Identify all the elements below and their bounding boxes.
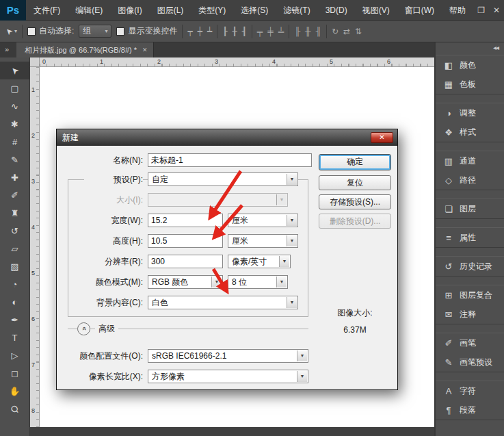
panel-item-paragraph[interactable]: ¶段落	[436, 400, 504, 420]
panel-item-layer-comps[interactable]: ⊞图层复合	[436, 285, 504, 305]
resolution-unit-value: 像素/英寸	[232, 255, 267, 268]
brush-tool[interactable]: ✐	[0, 186, 29, 204]
resolution-input[interactable]	[148, 255, 223, 268]
panel-item-brush-presets[interactable]: ✎画笔预设	[436, 352, 504, 372]
panel-group: ◑调整 ❖样式	[436, 103, 504, 142]
align-right-edges-icon[interactable]: ┨	[242, 27, 247, 36]
current-tool-indicator[interactable]: ➤ ▾	[5, 27, 17, 36]
shape-tool[interactable]: ◻	[0, 364, 29, 382]
healing-brush-tool[interactable]: ✚	[0, 168, 29, 186]
save-preset-button[interactable]: 存储预设(S)...	[319, 194, 391, 209]
path-select-tool[interactable]: ▷	[0, 346, 29, 364]
move-tool[interactable]: ➤	[0, 62, 29, 79]
panel-item-character[interactable]: A字符	[436, 381, 504, 400]
panel-item-properties[interactable]: ≡属性	[436, 228, 504, 247]
distribute-bottom-icon[interactable]: ╧	[278, 27, 284, 36]
distribute-right-icon[interactable]: ╢	[315, 27, 321, 36]
crop-tool[interactable]: #	[0, 133, 29, 151]
hand-tool[interactable]: ✋	[0, 382, 29, 400]
history-brush-tool[interactable]: ↺	[0, 222, 29, 240]
height-input[interactable]	[148, 234, 223, 248]
menu-layer[interactable]: 图层(L)	[150, 0, 191, 21]
menu-view[interactable]: 视图(V)	[355, 0, 397, 21]
width-unit-select[interactable]: 厘米	[228, 214, 298, 227]
align-vertical-centers-icon[interactable]: ┿	[198, 27, 202, 36]
name-input[interactable]	[148, 153, 312, 167]
auto-select-target-value: 组	[83, 25, 91, 37]
eyedropper-tool[interactable]: ✎	[0, 151, 29, 168]
panel-item-styles[interactable]: ❖样式	[436, 123, 504, 142]
ruler-corner	[30, 57, 40, 67]
close-window-icon[interactable]: ✕	[493, 5, 500, 15]
ruler-number: 4	[31, 224, 35, 231]
menu-image[interactable]: 图像(I)	[110, 0, 149, 21]
3d-rotate-icon[interactable]: ↻	[332, 27, 339, 36]
panel-item-brush[interactable]: ✐画笔	[436, 333, 504, 352]
panel-item-history[interactable]: ↺历史记录	[436, 257, 504, 276]
color-mode-select[interactable]: RGB 颜色	[148, 275, 223, 289]
height-unit-select[interactable]: 厘米	[228, 234, 298, 248]
menu-select[interactable]: 选择(S)	[233, 0, 276, 21]
panel-item-paths[interactable]: ◇路径	[436, 170, 504, 190]
menu-filter[interactable]: 滤镜(T)	[276, 0, 317, 21]
align-horizontal-centers-icon[interactable]: ╂	[232, 27, 237, 36]
panel-item-notes[interactable]: ✉注释	[436, 305, 504, 324]
menu-file[interactable]: 文件(F)	[26, 0, 68, 21]
distribute-horizontal-icon[interactable]: ╫	[305, 27, 311, 36]
menu-window[interactable]: 窗口(W)	[397, 0, 442, 21]
align-bottom-edges-icon[interactable]: ┷	[207, 27, 212, 36]
marquee-tool[interactable]: ▢	[0, 79, 29, 97]
dodge-tool[interactable]: ◐	[0, 293, 29, 311]
3d-drag-icon[interactable]: ⇅	[355, 27, 362, 36]
blur-tool[interactable]: ◔	[0, 275, 29, 293]
pen-tool[interactable]: ✒	[0, 311, 29, 329]
panel-item-swatches[interactable]: ▦色板	[436, 75, 504, 94]
align-left-edges-icon[interactable]: ┠	[222, 27, 227, 36]
resolution-unit-select[interactable]: 像素/英寸	[228, 255, 291, 268]
panel-group: A字符 ¶段落	[436, 381, 504, 420]
collapse-tools-icon[interactable]: »	[5, 45, 9, 53]
pixel-aspect-select[interactable]: 方形像素	[148, 370, 308, 383]
panel-item-adjustments[interactable]: ◑调整	[436, 103, 504, 123]
paths-icon: ◇	[442, 175, 455, 185]
distribute-left-icon[interactable]: ╟	[294, 27, 300, 36]
color-profile-select[interactable]: sRGB IEC61966-2.1	[148, 349, 308, 363]
preset-select[interactable]: 自定	[148, 172, 298, 186]
collapse-panels-icon[interactable]: ◂◂	[493, 44, 499, 51]
restore-window-icon[interactable]: ❐	[477, 5, 485, 15]
auto-select-target-select[interactable]: 组 ▾	[79, 25, 111, 38]
3d-roll-icon[interactable]: ⇄	[343, 27, 350, 36]
distribute-vertical-icon[interactable]: ╪	[267, 27, 274, 36]
align-top-edges-icon[interactable]: ┯	[187, 27, 192, 36]
width-input[interactable]	[148, 214, 223, 227]
auto-select-checkbox[interactable]	[27, 27, 36, 36]
clone-stamp-tool[interactable]: ♜	[0, 204, 29, 222]
menu-3d[interactable]: 3D(D)	[318, 0, 355, 21]
dialog-close-button[interactable]: ✕	[371, 132, 393, 143]
type-tool[interactable]: T	[0, 329, 29, 346]
eraser-tool[interactable]: ▱	[0, 240, 29, 257]
document-tab[interactable]: 相片排版.jpg @ 66.7%(RGB/8#) * ✕	[16, 42, 154, 57]
panel-item-color[interactable]: ◧颜色	[436, 55, 504, 75]
dialog-title-bar[interactable]: 新建	[57, 129, 397, 146]
quick-select-tool[interactable]: ✱	[0, 115, 29, 133]
color-depth-select[interactable]: 8 位	[228, 275, 288, 289]
lasso-tool[interactable]: ∿	[0, 97, 29, 115]
hand-tool-icon: ✋	[9, 386, 20, 396]
menu-type[interactable]: 类型(Y)	[191, 0, 233, 21]
tab-close-icon[interactable]: ✕	[142, 42, 148, 57]
panel-item-channels[interactable]: ▥通道	[436, 151, 504, 170]
history-icon: ↺	[442, 261, 455, 272]
show-transform-checkbox[interactable]	[116, 27, 124, 36]
background-select[interactable]: 白色	[148, 296, 298, 309]
tab-bar: » 相片排版.jpg @ 66.7%(RGB/8#) * ✕	[0, 42, 434, 57]
menu-edit[interactable]: 编辑(E)	[68, 0, 110, 21]
zoom-tool[interactable]: Ϙ	[0, 400, 29, 418]
distribute-top-icon[interactable]: ╤	[257, 27, 263, 36]
gradient-tool[interactable]: ▧	[0, 257, 29, 275]
panel-item-layers[interactable]: ❏图层	[436, 199, 504, 218]
menu-help[interactable]: 帮助	[442, 0, 473, 21]
reset-button[interactable]: 复位	[319, 175, 391, 190]
advanced-toggle-button[interactable]: «	[77, 322, 90, 335]
ok-button[interactable]: 确定	[319, 154, 391, 170]
